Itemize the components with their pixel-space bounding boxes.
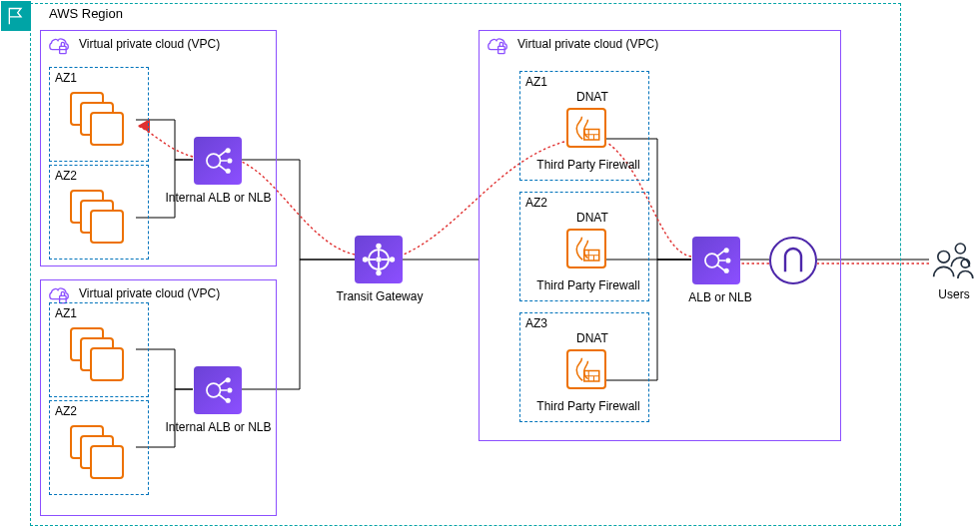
firewall-icon bbox=[566, 349, 606, 389]
firewall-icon bbox=[566, 108, 606, 148]
flag-icon bbox=[6, 6, 26, 26]
az-label: AZ3 bbox=[525, 316, 547, 330]
load-balancer-icon bbox=[201, 373, 235, 407]
vpc-right: Virtual private cloud (VPC) AZ1 DNAT Thi… bbox=[479, 30, 841, 441]
load-balancer-icon bbox=[699, 244, 733, 277]
az-box: AZ1 bbox=[49, 302, 149, 397]
transit-gateway-icon bbox=[355, 236, 403, 283]
firewall-icon bbox=[566, 229, 606, 268]
tgw-icon bbox=[361, 242, 397, 277]
svg-point-23 bbox=[725, 258, 730, 263]
ec2-instances-icon bbox=[70, 92, 126, 148]
elb-icon bbox=[194, 366, 242, 414]
vpc-label: Virtual private cloud (VPC) bbox=[79, 37, 220, 51]
svg-point-25 bbox=[938, 252, 950, 264]
dnat-label: DNAT bbox=[576, 211, 608, 225]
lb-label: ALB or NLB bbox=[681, 290, 759, 304]
svg-point-26 bbox=[955, 244, 965, 254]
az-label: AZ1 bbox=[55, 306, 77, 320]
svg-point-13 bbox=[376, 244, 381, 249]
internet-gateway-icon bbox=[769, 237, 817, 284]
svg-point-4 bbox=[227, 158, 232, 163]
vpc-label: Virtual private cloud (VPC) bbox=[79, 286, 220, 300]
vpc-icon bbox=[44, 34, 72, 62]
region-label: AWS Region bbox=[49, 6, 123, 21]
az-box: AZ2 bbox=[49, 400, 149, 495]
vpc-bottom-left: Virtual private cloud (VPC) AZ1 AZ2 Inte… bbox=[40, 279, 277, 516]
az-label: AZ1 bbox=[55, 71, 77, 85]
az-box: AZ2 bbox=[49, 165, 149, 260]
az-label: AZ2 bbox=[55, 169, 77, 183]
tgw-label: Transit Gateway bbox=[330, 289, 430, 303]
az-box: AZ2 DNAT Third Party Firewall bbox=[519, 192, 649, 301]
lb-label: Internal ALB or NLB bbox=[161, 191, 276, 205]
fw-label: Third Party Firewall bbox=[528, 399, 648, 413]
users-icon bbox=[927, 234, 977, 286]
svg-point-12 bbox=[376, 257, 381, 262]
vpc-top-left: Virtual private cloud (VPC) AZ1 AZ2 bbox=[40, 30, 277, 266]
dnat-label: DNAT bbox=[576, 331, 608, 345]
lb-label: Internal ALB or NLB bbox=[161, 420, 276, 434]
vpc-icon bbox=[483, 34, 510, 62]
svg-point-14 bbox=[376, 270, 381, 275]
ec2-instances-icon bbox=[70, 327, 126, 383]
dnat-label: DNAT bbox=[576, 90, 608, 104]
az-box: AZ1 bbox=[49, 67, 149, 162]
elb-icon bbox=[194, 137, 242, 185]
diagram-canvas: AWS Region Virtual private cloud (VPC) A… bbox=[0, 0, 980, 528]
az-label: AZ2 bbox=[525, 196, 547, 210]
az-box: AZ3 DNAT Third Party Firewall bbox=[519, 312, 649, 422]
svg-point-9 bbox=[227, 387, 232, 392]
ec2-instances-icon bbox=[70, 425, 126, 481]
az-box: AZ1 DNAT Third Party Firewall bbox=[519, 71, 649, 181]
ec2-instances-icon bbox=[70, 190, 126, 246]
az-label: AZ2 bbox=[55, 404, 77, 418]
vpc-label: Virtual private cloud (VPC) bbox=[517, 37, 658, 51]
elb-icon bbox=[692, 237, 740, 284]
svg-point-16 bbox=[390, 257, 395, 262]
fw-label: Third Party Firewall bbox=[528, 278, 648, 292]
users-label: Users bbox=[934, 287, 974, 301]
load-balancer-icon bbox=[201, 144, 235, 178]
fw-label: Third Party Firewall bbox=[528, 158, 648, 172]
az-label: AZ1 bbox=[525, 75, 547, 89]
svg-point-15 bbox=[363, 257, 368, 262]
region-badge-icon bbox=[1, 1, 31, 31]
